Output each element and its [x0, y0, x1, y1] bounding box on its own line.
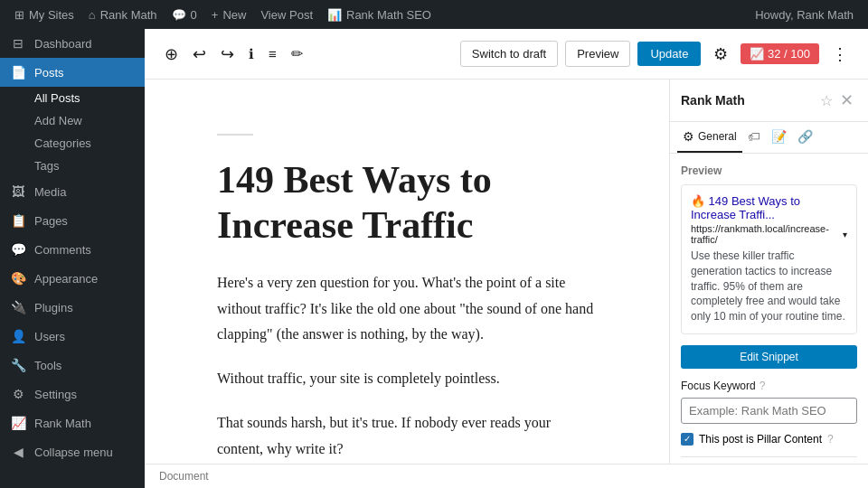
sidebar-item-media[interactable]: 🖼 Media — [0, 177, 145, 206]
score-icon: 📈 — [750, 47, 764, 61]
sidebar-sub-allposts[interactable]: All Posts — [0, 87, 145, 109]
editor-paragraph-1: Here's a very zen question for you. What… — [217, 270, 597, 348]
preview-title[interactable]: 🔥 149 Best Ways to Increase Traffi... — [691, 194, 847, 221]
preview-box: 🔥 149 Best Ways to Increase Traffi... ht… — [681, 184, 857, 334]
rankmath-star-button[interactable]: ☆ — [816, 89, 836, 113]
switch-draft-button[interactable]: Switch to draft — [460, 41, 558, 67]
editor-body[interactable]: Here's a very zen question for you. What… — [217, 270, 597, 464]
score-badge[interactable]: 📈 32 / 100 — [741, 43, 819, 64]
sidebar-item-dashboard[interactable]: ⊟ Dashboard — [0, 29, 145, 58]
sidebar-sub-addnew[interactable]: Add New — [0, 109, 145, 132]
sidebar-item-appearance[interactable]: 🎨 Appearance — [0, 264, 145, 293]
comments-icon: 💬 — [9, 242, 27, 257]
collapse-icon: ◀ — [9, 445, 27, 459]
plugins-icon: 🔌 — [9, 300, 27, 314]
sidebar-item-plugins[interactable]: 🔌 Plugins — [0, 293, 145, 322]
editor-area[interactable]: 149 Best Ways to Increase Traffic Here's… — [145, 80, 669, 464]
rankmath-sidebar-icon: 📈 — [9, 416, 27, 430]
preview-section-title: Preview — [681, 164, 857, 177]
add-block-button[interactable]: ⊕ — [159, 39, 184, 70]
adminbar-comments[interactable]: 💬 0 — [165, 0, 204, 29]
block-settings-button[interactable]: ⚙ — [708, 39, 733, 70]
sidebar-item-settings[interactable]: ⚙ Settings — [0, 380, 145, 408]
sidebar-item-comments[interactable]: 💬 Comments — [0, 235, 145, 264]
settings-icon: ⚙ — [9, 387, 27, 401]
redo-button[interactable]: ↪ — [215, 39, 240, 70]
adminbar-rankmath-seo[interactable]: 📊 Rank Math SEO — [320, 0, 439, 29]
editor-divider — [217, 134, 253, 136]
tools-button[interactable]: ✏ — [286, 40, 308, 68]
preview-url-row: https://rankmath.local/increase-traffic/… — [691, 223, 847, 245]
editor-status: Document — [145, 464, 868, 488]
social-tab-icon: 🏷 — [748, 129, 760, 144]
editor-paragraph-3: That sounds harsh, but it's true. If nob… — [217, 410, 597, 463]
sidebar-sub-tags[interactable]: Tags — [0, 155, 145, 177]
rankmath-icon: 📊 — [327, 8, 342, 22]
sidebar-item-users[interactable]: 👤 Users — [0, 322, 145, 351]
rankmath-close-button[interactable]: ✕ — [836, 87, 857, 114]
dashboard-icon: ⊟ — [9, 36, 27, 51]
list-view-button[interactable]: ≡ — [263, 41, 282, 67]
home-icon: ⌂ — [89, 8, 96, 22]
preview-url-arrow[interactable]: ▾ — [843, 230, 847, 239]
rankmath-panel: Rank Math ☆ ✕ ⚙ General 🏷 📝 — [669, 80, 868, 464]
rankmath-panel-title: Rank Math — [681, 93, 816, 108]
tab-general[interactable]: ⚙ General — [677, 122, 742, 153]
sidebar-item-posts[interactable]: 📄 Posts — [0, 58, 145, 87]
focus-kw-help-icon: ? — [760, 380, 766, 392]
focus-keyword-label: Focus Keyword ? — [681, 380, 857, 392]
posts-icon: 📄 — [9, 65, 27, 80]
editor-toolbar: ⊕ ↩ ↪ ℹ ≡ ✏ Switch to draft Preview Upda… — [145, 29, 868, 80]
rankmath-panel-header: Rank Math ☆ ✕ — [670, 80, 868, 122]
comment-icon: 💬 — [172, 8, 186, 22]
tab-advanced[interactable]: 🔗 — [792, 122, 818, 153]
sidebar-sub-categories[interactable]: Categories — [0, 132, 145, 155]
sidebar-item-rankmath[interactable]: 📈 Rank Math — [0, 408, 145, 437]
sidebar-item-pages[interactable]: 📋 Pages — [0, 206, 145, 235]
preview-desc: Use these killer traffic generation tact… — [691, 249, 847, 324]
rankmath-tabs: ⚙ General 🏷 📝 🔗 — [670, 122, 868, 154]
plus-icon: + — [212, 8, 219, 22]
sidebar: ⊟ Dashboard 📄 Posts All Posts Add New Ca… — [0, 29, 145, 488]
pillar-help-icon: ? — [827, 433, 834, 446]
pages-icon: 📋 — [9, 213, 27, 228]
preview-url: https://rankmath.local/increase-traffic/ — [691, 223, 839, 245]
update-button[interactable]: Update — [637, 42, 701, 66]
info-button[interactable]: ℹ — [243, 41, 259, 68]
focus-keyword-input[interactable] — [681, 398, 857, 424]
tools-icon: 🔧 — [9, 358, 27, 372]
pillar-content-row: This post is Pillar Content ? — [681, 433, 857, 446]
adminbar-new[interactable]: + New — [204, 0, 254, 29]
advanced-tab-icon: 🔗 — [797, 129, 813, 144]
sidebar-item-collapse[interactable]: ◀ Collapse menu — [0, 437, 145, 466]
appearance-icon: 🎨 — [9, 271, 27, 286]
wp-icon: ⊞ — [14, 8, 24, 22]
adminbar-mysites[interactable]: ⊞ My Sites — [7, 0, 81, 29]
basic-seo-section[interactable]: Basic SEO × 5 Errors ▲ — [681, 456, 857, 464]
adminbar-viewpost[interactable]: View Post — [253, 0, 320, 29]
edit-snippet-button[interactable]: Edit Snippet — [681, 345, 857, 369]
post-title[interactable]: 149 Best Ways to Increase Traffic — [217, 157, 597, 249]
admin-bar: ⊞ My Sites ⌂ Rank Math 💬 0 + New View Po… — [0, 0, 868, 29]
general-tab-icon: ⚙ — [683, 129, 694, 144]
schema-tab-icon: 📝 — [771, 129, 787, 144]
undo-button[interactable]: ↩ — [187, 39, 212, 70]
adminbar-rankmath[interactable]: ⌂ Rank Math — [81, 0, 165, 29]
more-options-button[interactable]: ⋮ — [826, 39, 854, 70]
editor-paragraph-2: Without traffic, your site is completely… — [217, 366, 597, 392]
adminbar-howdy: Howdy, Rank Math — [748, 8, 861, 22]
rankmath-panel-body: Preview 🔥 149 Best Ways to Increase Traf… — [670, 154, 868, 464]
tab-social[interactable]: 🏷 — [742, 122, 766, 153]
preview-button[interactable]: Preview — [565, 41, 630, 67]
users-icon: 👤 — [9, 329, 27, 343]
media-icon: 🖼 — [9, 184, 27, 199]
pillar-checkbox[interactable] — [681, 433, 693, 446]
sidebar-item-tools[interactable]: 🔧 Tools — [0, 351, 145, 380]
tab-schema[interactable]: 📝 — [766, 122, 792, 153]
